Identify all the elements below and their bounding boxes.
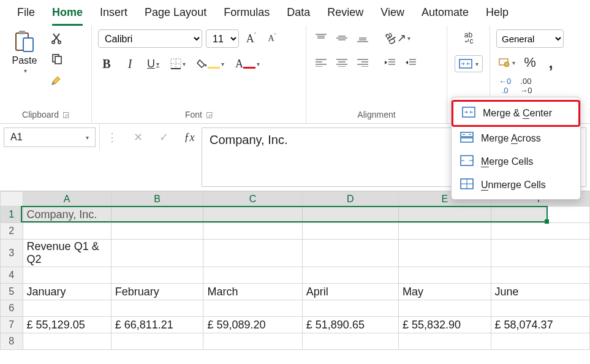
cell[interactable]: May bbox=[398, 284, 491, 300]
cell[interactable]: £ 59,089.20 bbox=[203, 317, 302, 333]
align-bottom-button[interactable] bbox=[354, 29, 371, 47]
cell[interactable]: £ 55,832.90 bbox=[398, 317, 491, 333]
percent-button[interactable]: % bbox=[521, 54, 539, 71]
formula-grip-icon[interactable]: ⋮ bbox=[104, 129, 121, 146]
cell[interactable] bbox=[398, 223, 491, 240]
cell[interactable]: £ 55,129.05 bbox=[23, 317, 111, 333]
cell[interactable] bbox=[398, 240, 491, 267]
cell[interactable] bbox=[491, 267, 589, 284]
align-center-button[interactable] bbox=[333, 54, 350, 71]
cell[interactable]: Revenue Q1 & Q2 bbox=[23, 240, 111, 267]
enter-formula-button[interactable]: ✓ bbox=[155, 129, 172, 146]
tab-help[interactable]: Help bbox=[486, 4, 509, 24]
tab-formulas[interactable]: Formulas bbox=[224, 4, 270, 24]
cell[interactable]: February bbox=[111, 284, 203, 300]
tab-insert[interactable]: Insert bbox=[100, 4, 127, 24]
orientation-button[interactable]: ab↗▾ bbox=[382, 29, 413, 47]
cell[interactable] bbox=[111, 223, 203, 240]
cell[interactable] bbox=[398, 333, 491, 350]
align-left-button[interactable] bbox=[312, 54, 330, 71]
cell[interactable] bbox=[302, 300, 398, 317]
row-header[interactable]: 4 bbox=[1, 267, 23, 284]
tab-home[interactable]: Home bbox=[52, 4, 83, 26]
tab-automate[interactable]: Automate bbox=[422, 4, 469, 24]
cell[interactable] bbox=[491, 300, 589, 317]
row-header[interactable]: 5 bbox=[1, 284, 23, 300]
cell[interactable] bbox=[398, 300, 491, 317]
cell[interactable] bbox=[111, 333, 203, 350]
menu-merge-cells[interactable]: Merge Cells bbox=[452, 150, 580, 173]
font-dialog-launcher-icon[interactable]: ◲ bbox=[206, 110, 213, 119]
cell[interactable]: £ 51,890.65 bbox=[302, 317, 398, 333]
italic-button[interactable]: I bbox=[121, 55, 138, 72]
spreadsheet-grid[interactable]: A B C D E F 1Company, Inc.23Revenue Q1 &… bbox=[0, 191, 590, 350]
number-format-select[interactable]: General bbox=[496, 29, 564, 48]
cell[interactable] bbox=[203, 267, 302, 284]
cell[interactable] bbox=[302, 267, 398, 284]
merge-center-button[interactable]: ▾ bbox=[455, 55, 483, 72]
accounting-format-button[interactable]: ▾ bbox=[496, 54, 518, 71]
cell[interactable] bbox=[111, 240, 203, 267]
underline-button[interactable]: U▾ bbox=[145, 55, 162, 72]
tab-file[interactable]: File bbox=[17, 4, 35, 24]
font-name-select[interactable]: Calibri bbox=[98, 29, 202, 48]
decrease-decimal-button[interactable]: ←0.0 bbox=[496, 77, 513, 94]
cell[interactable] bbox=[491, 240, 589, 267]
copy-button[interactable] bbox=[48, 50, 66, 67]
paste-button[interactable]: Paste ▾ bbox=[6, 29, 43, 97]
menu-merge-across[interactable]: Merge Across bbox=[452, 127, 580, 150]
decrease-indent-button[interactable] bbox=[381, 54, 398, 71]
fill-color-button[interactable]: ▾ bbox=[194, 55, 227, 72]
row-header[interactable]: 3 bbox=[1, 240, 23, 267]
menu-merge-center[interactable]: Merge & Center bbox=[452, 100, 580, 127]
cell[interactable] bbox=[23, 333, 111, 350]
cell[interactable]: March bbox=[203, 284, 302, 300]
cell[interactable]: £ 66,811.21 bbox=[111, 317, 203, 333]
cell[interactable] bbox=[23, 267, 111, 284]
cell[interactable] bbox=[203, 333, 302, 350]
decrease-font-button[interactable]: Aˇ bbox=[263, 30, 281, 47]
row-header[interactable]: 1 bbox=[1, 207, 23, 223]
cell[interactable] bbox=[491, 223, 589, 240]
menu-unmerge-cells[interactable]: Unmerge Cells bbox=[452, 173, 580, 197]
font-size-select[interactable]: 11 bbox=[206, 29, 239, 48]
cell[interactable] bbox=[203, 300, 302, 317]
name-box[interactable]: A1 ▾ bbox=[4, 127, 96, 147]
wrap-text-button[interactable]: ab⤶c bbox=[460, 29, 477, 47]
cell[interactable]: June bbox=[491, 284, 589, 300]
cell[interactable] bbox=[398, 207, 491, 223]
col-header-b[interactable]: B bbox=[111, 192, 203, 207]
cell[interactable] bbox=[398, 267, 491, 284]
row-header[interactable]: 2 bbox=[1, 223, 23, 240]
increase-decimal-button[interactable]: .00→0 bbox=[517, 77, 534, 94]
insert-function-button[interactable]: ƒx bbox=[181, 129, 198, 146]
cell[interactable] bbox=[302, 223, 398, 240]
comma-style-button[interactable]: , bbox=[542, 54, 559, 71]
increase-font-button[interactable]: Aˆ bbox=[243, 30, 260, 47]
tab-page-layout[interactable]: Page Layout bbox=[145, 4, 206, 24]
cell[interactable] bbox=[111, 207, 203, 223]
cell[interactable]: April bbox=[302, 284, 398, 300]
cell[interactable]: Company, Inc. bbox=[23, 207, 111, 223]
row-header[interactable]: 8 bbox=[1, 333, 23, 350]
cell[interactable] bbox=[111, 267, 203, 284]
align-middle-button[interactable] bbox=[333, 29, 350, 47]
tab-data[interactable]: Data bbox=[287, 4, 310, 24]
clipboard-dialog-launcher-icon[interactable]: ◲ bbox=[62, 110, 69, 119]
chevron-down-icon[interactable]: ▾ bbox=[86, 134, 89, 141]
select-all-corner[interactable] bbox=[1, 192, 23, 207]
tab-view[interactable]: View bbox=[380, 4, 404, 24]
cell[interactable] bbox=[203, 240, 302, 267]
cell[interactable] bbox=[23, 223, 111, 240]
cell[interactable]: £ 58,074.37 bbox=[491, 317, 589, 333]
increase-indent-button[interactable] bbox=[402, 54, 419, 71]
cell[interactable] bbox=[302, 240, 398, 267]
cell[interactable] bbox=[203, 223, 302, 240]
cell[interactable]: January bbox=[23, 284, 111, 300]
col-header-d[interactable]: D bbox=[302, 192, 398, 207]
tab-review[interactable]: Review bbox=[327, 4, 363, 24]
borders-button[interactable]: ▾ bbox=[168, 55, 188, 72]
cell[interactable] bbox=[302, 207, 398, 223]
cell[interactable] bbox=[491, 333, 589, 350]
align-top-button[interactable] bbox=[312, 29, 330, 47]
